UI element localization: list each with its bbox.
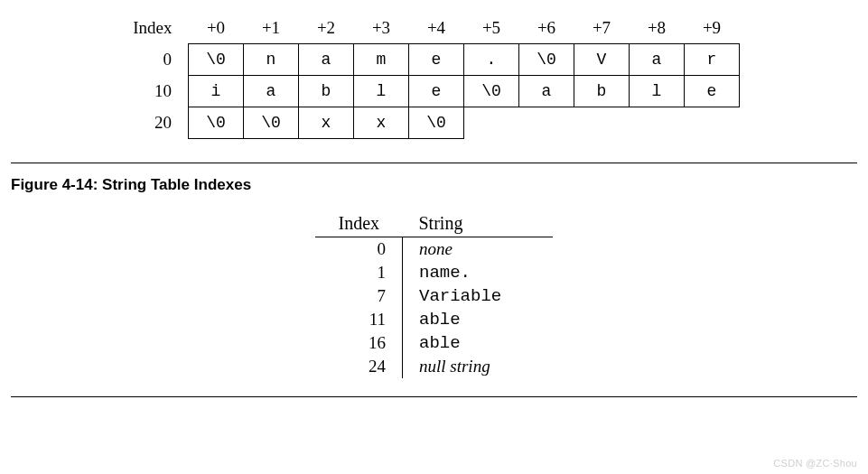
byte-table-cell: r [685, 44, 740, 76]
watermark-text: CSDN @ZC·Shou [773, 458, 857, 469]
byte-table-col-header: +9 [685, 13, 740, 44]
document-page: Index +0 +1 +2 +3 +4 +5 +6 +7 +8 +9 0\0n… [0, 0, 868, 408]
byte-table-body: 0\0name.\0Var10iable\0able20\0\0xx\0 [101, 44, 740, 139]
byte-table-col-header: +5 [464, 13, 519, 44]
index-table-row: 1name. [315, 261, 553, 284]
byte-table-col-header: +6 [519, 13, 574, 44]
byte-table-cell: a [244, 76, 299, 107]
byte-table-cell: e [409, 76, 464, 107]
index-table-row: 24null string [315, 355, 553, 378]
byte-table-cell: b [574, 76, 630, 107]
byte-table-cell: l [354, 76, 409, 107]
byte-table-empty-cell [630, 107, 685, 139]
byte-table-cell: . [464, 44, 519, 76]
index-table-cell-index: 24 [315, 355, 403, 378]
byte-table-row-index: 0 [101, 44, 189, 76]
bottom-rule [11, 396, 857, 397]
byte-table-cell: l [630, 76, 685, 107]
byte-table-cell: i [189, 76, 244, 107]
index-table-cell-index: 0 [315, 237, 403, 262]
byte-table-col-header: +2 [299, 13, 354, 44]
index-table: Index String 0none1name.7Variable11able1… [315, 210, 553, 378]
index-table-row: 16able [315, 331, 553, 355]
index-table-cell-index: 7 [315, 284, 403, 308]
byte-table-col-header: +1 [244, 13, 299, 44]
byte-table-col-header: +4 [409, 13, 464, 44]
index-table-cell-string: able [403, 331, 554, 355]
byte-table-col-header: +3 [354, 13, 409, 44]
byte-table-cell: x [354, 107, 409, 139]
byte-table-cell: n [244, 44, 299, 76]
byte-table-cell: b [299, 76, 354, 107]
byte-table-row-index: 20 [101, 107, 189, 139]
index-table-header-index: Index [315, 210, 403, 237]
figure-title: Figure 4-14: String Table Indexes [11, 176, 857, 194]
byte-table-cell: m [354, 44, 409, 76]
index-table-cell-string: none [403, 237, 554, 262]
byte-table-row-index: 10 [101, 76, 189, 107]
index-table-header-string: String [403, 210, 554, 237]
index-table-row: 0none [315, 237, 553, 262]
index-table-cell-string: name. [403, 261, 554, 284]
byte-table-row: 10iable\0able [101, 76, 740, 107]
index-table-cell-string: Variable [403, 284, 554, 308]
index-table-row: 7Variable [315, 284, 553, 308]
index-table-cell-string: null string [403, 355, 554, 378]
byte-table-empty-cell [519, 107, 574, 139]
byte-table-col-header: +7 [574, 13, 630, 44]
byte-table-cell: \0 [519, 44, 574, 76]
byte-table-empty-cell [574, 107, 630, 139]
byte-table-cell: \0 [464, 76, 519, 107]
index-table-header-row: Index String [315, 210, 553, 237]
byte-table-empty-cell [464, 107, 519, 139]
byte-table-cell: \0 [409, 107, 464, 139]
byte-table-cell: \0 [244, 107, 299, 139]
index-table-cell-index: 1 [315, 261, 403, 284]
byte-table: Index +0 +1 +2 +3 +4 +5 +6 +7 +8 +9 0\0n… [101, 13, 740, 139]
byte-table-cell: V [574, 44, 630, 76]
byte-table-cell: a [519, 76, 574, 107]
index-table-cell-index: 16 [315, 331, 403, 355]
byte-table-empty-cell [685, 107, 740, 139]
index-table-row: 11able [315, 308, 553, 331]
byte-table-col-header: +8 [630, 13, 685, 44]
index-table-wrapper: Index String 0none1name.7Variable11able1… [11, 210, 857, 378]
byte-table-cell: x [299, 107, 354, 139]
byte-table-header-row: Index +0 +1 +2 +3 +4 +5 +6 +7 +8 +9 [101, 13, 740, 44]
byte-table-cell: a [630, 44, 685, 76]
byte-table-col-header: +0 [189, 13, 244, 44]
byte-table-cell: e [685, 76, 740, 107]
byte-table-cell: \0 [189, 107, 244, 139]
byte-table-cell: a [299, 44, 354, 76]
byte-table-wrapper: Index +0 +1 +2 +3 +4 +5 +6 +7 +8 +9 0\0n… [101, 13, 767, 139]
section-rule [11, 163, 857, 163]
byte-table-row: 0\0name.\0Var [101, 44, 740, 76]
byte-table-cell: e [409, 44, 464, 76]
index-table-cell-string: able [403, 308, 554, 331]
byte-table-index-header: Index [101, 13, 189, 44]
byte-table-row: 20\0\0xx\0 [101, 107, 740, 139]
index-table-cell-index: 11 [315, 308, 403, 331]
index-table-body: 0none1name.7Variable11able16able24null s… [315, 237, 553, 379]
byte-table-cell: \0 [189, 44, 244, 76]
